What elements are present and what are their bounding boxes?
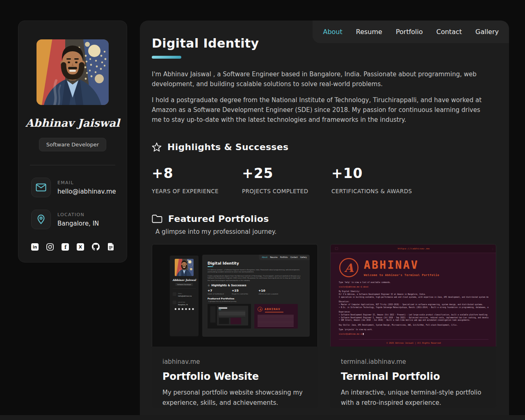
card-title[interactable]: Portfolio Website xyxy=(162,371,307,382)
nav-item-portfolio[interactable]: Portfolio xyxy=(396,28,423,36)
portfolio-page: Abhinav Jaiswal Software Developer EMAIL… xyxy=(0,0,525,420)
card-domain: terminal.iabhinav.me xyxy=(341,358,486,365)
page-footer-strip xyxy=(0,415,525,420)
email-value[interactable]: hello@iabhinav.me xyxy=(57,188,116,195)
highlights-heading: Highlights & Successes xyxy=(152,142,509,152)
main-panel: About Resume Portfolio Contact Gallery D… xyxy=(140,21,509,420)
x-twitter-icon[interactable]: X xyxy=(77,243,84,251)
email-label: EMAIL xyxy=(57,180,116,185)
resume-file-icon[interactable] xyxy=(107,243,114,251)
location-label: LOCATION xyxy=(57,212,99,217)
svg-text:f: f xyxy=(64,244,67,250)
profile-photo xyxy=(37,39,109,105)
featured-subtitle: A glimpse into my professional journey. xyxy=(155,228,509,235)
folder-icon xyxy=(152,215,162,223)
location-row: LOCATION Bangalore, IN xyxy=(31,210,127,229)
portfolio-website-thumbnail: Abhinav Jaiswal Software Developer EMAIL… xyxy=(152,244,318,347)
role-badge: Software Developer xyxy=(39,138,106,151)
stats-row: +8 YEARS OF EXPERIENCE +25 PROJECTS COMP… xyxy=(152,165,509,194)
card-title[interactable]: Terminal Portfolio xyxy=(341,371,486,382)
stat-certifications: +10 CERTIFICATIONS & AWARDS xyxy=(331,165,412,194)
card-description: My personal portfolio website showcasing… xyxy=(162,388,307,408)
stat-experience: +8 YEARS OF EXPERIENCE xyxy=(152,165,242,194)
github-icon[interactable] xyxy=(92,243,100,251)
terminal-portfolio-thumbnail: https://iabhinav.me ⋮ A ABHINAV Welcome … xyxy=(330,244,496,347)
profile-sidebar: Abhinav Jaiswal Software Developer EMAIL… xyxy=(18,21,127,262)
card-description: An interactive, unique terminal-style po… xyxy=(341,388,486,408)
about-paragraph-1: I'm Abhinav Jaiswal , a Software Enginee… xyxy=(152,70,491,89)
nav-item-about[interactable]: About xyxy=(323,28,342,36)
instagram-icon[interactable] xyxy=(46,243,54,251)
star-icon xyxy=(152,142,162,152)
title-underline xyxy=(152,56,181,59)
portfolio-cards: Abhinav Jaiswal Software Developer EMAIL… xyxy=(152,244,509,408)
nav-item-gallery[interactable]: Gallery xyxy=(475,28,499,36)
featured-heading: Featured Portfolios xyxy=(152,214,509,224)
email-row: EMAIL hello@iabhinav.me xyxy=(31,178,127,197)
nav-item-resume[interactable]: Resume xyxy=(356,28,382,36)
map-pin-icon xyxy=(37,215,45,224)
terminal-logo-icon: A xyxy=(339,258,358,277)
profile-name: Abhinav Jaiswal xyxy=(18,117,127,129)
card-portfolio-website[interactable]: Abhinav Jaiswal Software Developer EMAIL… xyxy=(152,244,318,408)
sidebar-divider xyxy=(30,165,115,165)
card-terminal-portfolio[interactable]: https://iabhinav.me ⋮ A ABHINAV Welcome … xyxy=(330,244,496,408)
location-icon-box xyxy=(31,210,51,229)
stat-projects: +25 PROJECTS COMPLETED xyxy=(242,165,331,194)
svg-text:X: X xyxy=(79,244,82,250)
nav-item-contact[interactable]: Contact xyxy=(436,28,462,36)
facebook-icon[interactable]: f xyxy=(62,243,69,251)
top-navigation: About Resume Portfolio Contact Gallery xyxy=(313,21,509,43)
linkedin-icon[interactable]: in xyxy=(31,243,39,251)
card-domain: iabhinav.me xyxy=(162,358,307,365)
location-value: Bangalore, IN xyxy=(57,220,99,227)
email-icon-box xyxy=(31,178,51,197)
about-paragraph-2: I hold a postgraduate degree from the Na… xyxy=(152,96,491,125)
social-links: in f X xyxy=(18,243,127,251)
envelope-icon xyxy=(36,183,46,192)
svg-text:in: in xyxy=(33,245,37,249)
